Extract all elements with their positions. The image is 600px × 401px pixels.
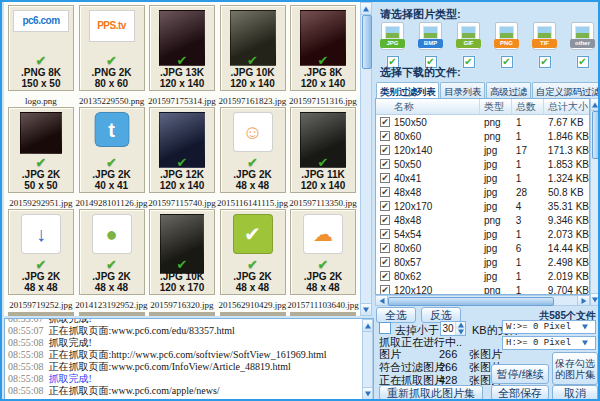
width-filter-select[interactable]: W:>= 0 Pixel <box>502 320 596 334</box>
type-checkbox-other[interactable]: ✔ <box>577 56 589 68</box>
scroll-left-icon[interactable] <box>376 296 388 305</box>
row-checkbox[interactable]: ✔ <box>380 117 390 127</box>
row-checkbox[interactable]: ✔ <box>380 257 390 267</box>
thumbnail-cell[interactable]: ✔.JPG 13K120 x 140201597175314.jpg <box>147 4 218 106</box>
thumb-type-label: .PNG 8K <box>9 67 73 78</box>
thumbnail-cell[interactable]: ✔.JPG 11K120 x 140201597113350.jpg <box>288 106 359 208</box>
table-row[interactable]: ✔120x170jpg435.31 KB <box>376 199 589 213</box>
save-checked-line2: 的图片集 <box>555 369 595 380</box>
thumbnail-filename: 201562910429.jpg <box>215 300 291 310</box>
row-checkbox[interactable]: ✔ <box>380 145 390 155</box>
checked-icon: ✔ <box>80 259 144 271</box>
scroll-up-icon[interactable] <box>361 3 371 15</box>
cell-size: 1.324 KB <box>544 173 589 184</box>
cell-type: jpg <box>480 243 512 254</box>
thumbnail-cell[interactable]: ☺✔.JPG 2K48 x 482015116141115.jpg <box>218 106 289 208</box>
pause-resume-button[interactable]: 暂停/继续 <box>491 364 549 384</box>
min-size-input[interactable]: 30 <box>440 321 466 336</box>
thumbnail-panel: pc6.com✔.PNG 8K150 x 50logo.pngPPS.tv✔.P… <box>4 2 360 316</box>
min-size-filter-checkbox[interactable] <box>379 322 391 334</box>
filter-tab[interactable]: 自定义源码过滤抓图 <box>532 82 600 99</box>
chevron-down-icon[interactable] <box>582 341 588 346</box>
stat-value: 266 <box>439 348 469 361</box>
cell-size: 171.3 KB <box>544 145 589 156</box>
cell-count: 1 <box>512 131 544 142</box>
row-checkbox[interactable]: ✔ <box>380 159 390 169</box>
anime-avatar: ☺ <box>233 112 273 152</box>
thumbnails-scrollbar[interactable] <box>360 2 372 316</box>
scroll-up-icon[interactable] <box>591 99 599 111</box>
save-checked-button[interactable]: 保存勾选 的图片集 <box>552 352 598 385</box>
table-row[interactable]: ✔80x60png11.846 KB <box>376 129 589 143</box>
stat-row: 图片266张图片 <box>379 348 502 361</box>
filter-tab[interactable]: 目录列表 <box>440 82 485 99</box>
scroll-down-icon[interactable] <box>363 387 372 399</box>
table-row[interactable]: ✔48x48jpg2850.8 KB <box>376 185 589 199</box>
table-row[interactable]: ✔120x120png19.704 KB <box>376 283 589 295</box>
scroll-up-icon[interactable] <box>363 320 372 332</box>
height-filter-select[interactable]: H:>= 0 Pixel <box>502 336 596 350</box>
regrab-button[interactable]: 重新抓取此图片集 <box>379 385 483 401</box>
thumbnail-cell[interactable]: ●✔.JPG 2K48 x 482014123192952.jpg <box>77 208 148 310</box>
table-row[interactable]: ✔80x62jpg12.019 KB <box>376 269 589 283</box>
cell-type: jpg <box>480 201 512 212</box>
thumbnail-cell[interactable]: ✔✔.JPG 2K48 x 48201562910429.jpg <box>218 208 289 310</box>
type-checkbox-tif[interactable]: ✔ <box>539 56 551 68</box>
scroll-right-icon[interactable] <box>577 296 589 305</box>
thumbnail-cell[interactable]: t✔.JPG 2K40 x 412014928101126.jpg <box>77 106 148 208</box>
scrollbar-thumb[interactable] <box>592 111 600 159</box>
cell-type: png <box>480 285 512 296</box>
scrollbar-thumb[interactable] <box>362 15 372 69</box>
thumbnail-filename: 20135229550.png <box>74 96 150 106</box>
table-row[interactable]: ✔80x57jpg12.498 KB <box>376 255 589 269</box>
scroll-down-icon[interactable] <box>361 303 371 315</box>
row-checkbox[interactable]: ✔ <box>380 187 390 197</box>
cell-type: jpg <box>480 159 512 170</box>
cancel-button[interactable]: 取消 <box>552 385 598 401</box>
table-hscrollbar[interactable] <box>375 295 590 306</box>
table-row[interactable]: ✔80x60jpg614.44 KB <box>376 241 589 255</box>
cell-size: 9.704 KB <box>544 285 589 296</box>
table-row[interactable]: ✔40x41jpg11.324 KB <box>376 171 589 185</box>
row-checkbox[interactable]: ✔ <box>380 285 390 295</box>
thumb-type-label: .JPG 11K <box>291 169 355 180</box>
scroll-down-icon[interactable] <box>591 293 599 305</box>
thumb-dims-label: 120 x 140 <box>291 180 355 191</box>
row-checkbox[interactable]: ✔ <box>380 201 390 211</box>
thumbnail-cell[interactable]: pc6.com✔.PNG 8K150 x 50logo.png <box>6 4 77 106</box>
filter-tab[interactable]: 类别过滤列表 <box>376 82 439 99</box>
table-vscrollbar[interactable] <box>590 98 600 306</box>
cell-name: 120x170 <box>394 201 480 212</box>
type-checkbox-png[interactable]: ✔ <box>501 56 513 68</box>
cell-count: 1 <box>512 285 544 296</box>
thumbnail-cell[interactable]: ✔.JPG 8K120 x 140201597151316.jpg <box>288 4 359 106</box>
table-row[interactable]: ✔120x140jpg17171.3 KB <box>376 143 589 157</box>
row-checkbox[interactable]: ✔ <box>380 229 390 239</box>
table-row[interactable]: ✔54x54jpg12.073 KB <box>376 227 589 241</box>
thumbnail-cell[interactable]: ✔.JPG 12K120 x 140201597115740.jpg <box>147 106 218 208</box>
row-checkbox[interactable]: ✔ <box>380 131 390 141</box>
row-checkbox[interactable]: ✔ <box>380 215 390 225</box>
type-checkbox-gif[interactable]: ✔ <box>463 56 475 68</box>
select-all-button[interactable]: 全选 <box>376 307 416 323</box>
log-scrollbar[interactable] <box>362 319 373 400</box>
thumbnail-cell[interactable]: ✔.JPG 10K120 x 140201597161823.jpg <box>218 4 289 106</box>
table-row[interactable]: ✔150x50png17.67 KB <box>376 115 589 129</box>
save-all-button[interactable]: 全部保存 <box>491 385 549 401</box>
row-checkbox[interactable]: ✔ <box>380 271 390 281</box>
row-checkbox[interactable]: ✔ <box>380 173 390 183</box>
thumbnail-cell[interactable]: ✔.JPG 2K50 x 5020159292951.jpg <box>6 106 77 208</box>
table-row[interactable]: ✔50x50jpg11.853 KB <box>376 157 589 171</box>
thumbnail-cell[interactable]: PPS.tv✔.PNG 2K80 x 6020135229550.png <box>77 4 148 106</box>
file-select-title: 选择下载的文件: <box>380 65 461 80</box>
thumbnail-cell[interactable]: ✔.JPG 10K120 x 17020159716320.jpg <box>147 208 218 310</box>
checked-icon: ✔ <box>9 55 73 67</box>
scrollbar-thumb[interactable] <box>388 297 554 306</box>
thumbnail-cell[interactable]: ↓✔.JPG 2K48 x 4820159719252.jpg <box>6 208 77 310</box>
table-row[interactable]: ✔48x48png39.346 KB <box>376 213 589 227</box>
filter-tab[interactable]: 高级过滤 <box>486 82 531 99</box>
min-size-value[interactable]: 30 <box>441 322 455 335</box>
row-checkbox[interactable]: ✔ <box>380 243 390 253</box>
thumbnail-cell[interactable]: ☁✔.JPG 2K48 x 482015711103640.jpg <box>288 208 359 310</box>
chevron-down-icon[interactable] <box>582 325 588 330</box>
